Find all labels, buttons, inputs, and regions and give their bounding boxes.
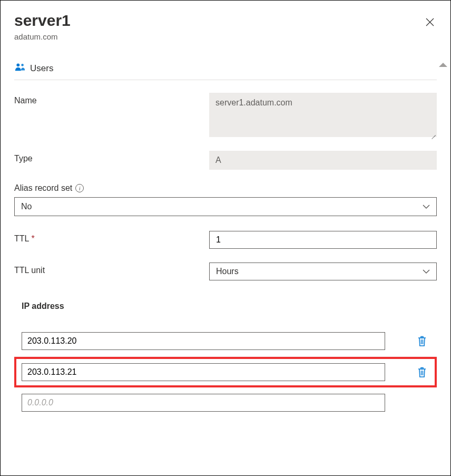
- panel-header: server1 adatum.com: [14, 11, 437, 41]
- ip-row-highlighted: [14, 357, 437, 387]
- ip-row-new: [14, 387, 437, 418]
- ttl-input[interactable]: [209, 231, 437, 249]
- trash-icon: [417, 366, 427, 378]
- ip-row: [14, 326, 437, 357]
- close-icon: [425, 17, 435, 27]
- name-label: Name: [14, 93, 209, 105]
- svg-point-2: [16, 63, 19, 66]
- tab-bar: Users: [14, 62, 437, 80]
- type-field: A: [209, 151, 437, 170]
- ttl-label: TTL*: [14, 231, 209, 244]
- name-field: server1.adatum.com: [209, 93, 437, 137]
- ip-input[interactable]: [22, 332, 385, 350]
- alias-label: Alias record set: [14, 183, 72, 193]
- ip-address-section: IP address: [14, 302, 437, 418]
- close-button[interactable]: [423, 15, 437, 31]
- delete-ip-button[interactable]: [415, 333, 429, 349]
- scroll-up-indicator[interactable]: [439, 63, 447, 67]
- ip-input[interactable]: [22, 363, 385, 381]
- trash-icon: [417, 335, 427, 347]
- ip-heading: IP address: [22, 302, 437, 311]
- type-label: Type: [14, 151, 209, 163]
- alias-select[interactable]: No: [14, 197, 437, 216]
- record-form: Name server1.adatum.com Type A Alias rec…: [14, 93, 437, 418]
- panel-subtitle: adatum.com: [14, 32, 71, 41]
- ttl-unit-label: TTL unit: [14, 263, 209, 275]
- svg-point-3: [21, 64, 24, 66]
- panel-title: server1: [14, 11, 71, 30]
- ip-input-new[interactable]: [22, 394, 385, 412]
- ttl-unit-select[interactable]: Hours: [209, 263, 437, 280]
- chevron-down-icon: [423, 205, 430, 209]
- delete-ip-button[interactable]: [415, 364, 429, 380]
- tab-users[interactable]: Users: [30, 63, 53, 74]
- resize-handle[interactable]: [429, 130, 436, 136]
- info-icon[interactable]: i: [75, 184, 84, 192]
- users-icon: [14, 62, 26, 74]
- chevron-down-icon: [423, 269, 430, 274]
